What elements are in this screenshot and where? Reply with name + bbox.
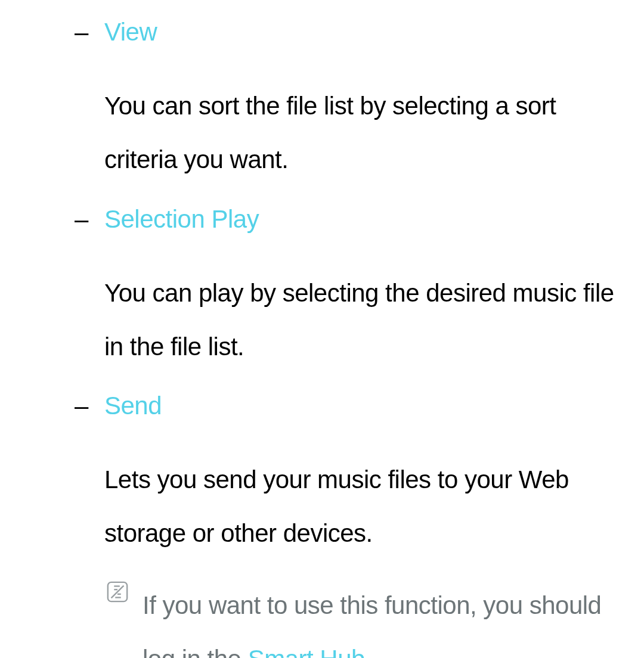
body-view: You can sort the file list by selecting … [104, 79, 626, 187]
body-selection-play: You can play by selecting the desired mu… [104, 266, 626, 374]
list-item-view: – View You can sort the file list by sel… [0, 18, 644, 187]
dash-bullet: – [75, 392, 88, 420]
note-text-before: If you want to use this function, you sh… [143, 591, 601, 658]
list-item-selection-play: – Selection Play You can play by selecti… [0, 205, 644, 374]
smart-hub-link[interactable]: Smart Hub [248, 645, 365, 658]
heading-send: Send [104, 392, 626, 420]
note-text: If you want to use this function, you sh… [143, 579, 626, 658]
heading-view: View [104, 18, 626, 46]
note-text-after: . [365, 645, 371, 658]
dash-bullet: – [75, 205, 88, 234]
note-block: If you want to use this function, you sh… [0, 579, 644, 658]
note-icon [106, 581, 129, 603]
body-send: Lets you send your music files to your W… [104, 453, 626, 561]
svg-line-1 [112, 585, 124, 598]
list-item-send: – Send Lets you send your music files to… [0, 392, 644, 561]
dash-bullet: – [75, 18, 88, 46]
heading-selection-play: Selection Play [104, 205, 626, 234]
